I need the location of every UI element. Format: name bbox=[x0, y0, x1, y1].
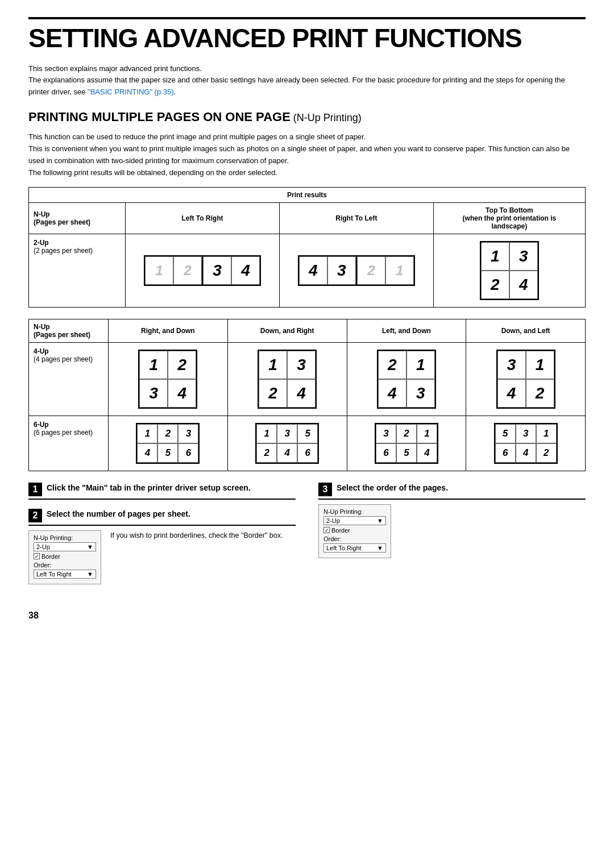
intro-line-2: The explanations assume that the paper s… bbox=[28, 74, 586, 98]
page-title: SETTING ADVANCED PRINT FUNCTIONS bbox=[28, 24, 586, 53]
step-1-title: Click the "Main" tab in the printer driv… bbox=[47, 483, 251, 493]
diagram-4up-rd: 1 2 3 4 bbox=[109, 342, 228, 416]
order-label-3: Order: bbox=[323, 535, 386, 542]
border-checkbox-row: ✓ Border bbox=[34, 553, 96, 560]
step-3: 3 Select the order of the pages. N-Up Pr… bbox=[318, 483, 586, 558]
step-1-number: 1 bbox=[28, 483, 42, 496]
table2-col5-header: Down, and Left bbox=[466, 319, 586, 342]
table1-col3-header: Right To Left bbox=[279, 202, 433, 234]
nup-printing-select-2[interactable]: 2-Up ▼ bbox=[34, 542, 96, 551]
nup-printing-select-3[interactable]: 2-Up ▼ bbox=[323, 516, 386, 525]
step-2-body: N-Up Printing: 2-Up ▼ ✓ Border Order: Le… bbox=[28, 530, 296, 584]
step-2: 2 Select the number of pages per sheet. … bbox=[28, 509, 296, 584]
diagram-rtl-2up: 4 3 2 1 bbox=[279, 234, 433, 307]
table2-col2-header: Right, and Down bbox=[109, 319, 228, 342]
4up-label: 4-Up (4 pages per sheet) bbox=[29, 342, 109, 416]
step-3-body: N-Up Printing: 2-Up ▼ ✓ Border Order: Le… bbox=[318, 504, 586, 558]
order-select-2[interactable]: Left To Right ▼ bbox=[34, 570, 96, 579]
table2-col1-header: N-Up (Pages per sheet) bbox=[29, 319, 109, 342]
table1-col2-header: Left To Right bbox=[126, 202, 280, 234]
steps-left: 1 Click the "Main" tab in the printer dr… bbox=[28, 483, 296, 593]
diagram-6up-ld: 3 2 1 6 5 4 bbox=[347, 416, 466, 471]
step-1: 1 Click the "Main" tab in the printer dr… bbox=[28, 483, 296, 500]
diagram-6up-dl: 5 3 1 6 4 2 bbox=[466, 416, 586, 471]
border-checkbox[interactable]: ✓ bbox=[34, 553, 40, 559]
table1-col4-header: Top To Bottom(when the print orientation… bbox=[433, 202, 585, 234]
basic-printing-link[interactable]: "BASIC PRINTING" (p.35) bbox=[88, 88, 174, 96]
step-2-note: If you wish to print borderlines, check … bbox=[110, 530, 283, 541]
table1-header: Print results bbox=[29, 187, 586, 202]
print-results-table-1: Print results N-Up (Pages per sheet) Lef… bbox=[28, 187, 586, 308]
intro-line-1: This section explains major advanced pri… bbox=[28, 63, 586, 75]
diagram-ltr-2up: 1 2 3 4 bbox=[126, 234, 280, 307]
diagram-ttb-2up: 1 3 2 4 bbox=[433, 234, 585, 307]
section1-desc: This function can be used to reduce the … bbox=[28, 131, 586, 178]
steps-right: 3 Select the order of the pages. N-Up Pr… bbox=[318, 483, 586, 593]
step-3-ui-mockup: N-Up Printing: 2-Up ▼ ✓ Border Order: Le… bbox=[318, 504, 391, 558]
order-select-3[interactable]: Left To Right ▼ bbox=[323, 543, 386, 553]
order-label-2: Order: bbox=[34, 562, 96, 568]
step-1-header: 1 Click the "Main" tab in the printer dr… bbox=[28, 483, 296, 500]
steps-container: 1 Click the "Main" tab in the printer dr… bbox=[28, 483, 586, 593]
nup-printing-label-3: N-Up Printing: bbox=[323, 508, 386, 515]
diagram-4up-dl: 3 1 4 2 bbox=[466, 342, 586, 416]
nup-printing-label-2: N-Up Printing: bbox=[34, 534, 96, 541]
step-2-number: 2 bbox=[28, 509, 42, 522]
diagram-6up-rd: 1 2 3 4 5 6 bbox=[109, 416, 228, 471]
top-border bbox=[28, 17, 586, 19]
table2-col4-header: Left, and Down bbox=[347, 319, 466, 342]
diagram-4up-ld: 2 1 4 3 bbox=[347, 342, 466, 416]
table2-col3-header: Down, and Right bbox=[227, 319, 347, 342]
diagram-4up-dr: 1 3 2 4 bbox=[227, 342, 347, 416]
step-2-ui-mockup: N-Up Printing: 2-Up ▼ ✓ Border Order: Le… bbox=[28, 530, 101, 584]
step-2-header: 2 Select the number of pages per sheet. bbox=[28, 509, 296, 526]
6up-label: 6-Up (6 pages per sheet) bbox=[29, 416, 109, 471]
step-3-number: 3 bbox=[318, 483, 332, 496]
section1-title: PRINTING MULTIPLE PAGES ON ONE PAGE (N-U… bbox=[28, 110, 586, 124]
print-results-table-2: N-Up (Pages per sheet) Right, and Down D… bbox=[28, 319, 586, 471]
step-2-title: Select the number of pages per sheet. bbox=[47, 509, 190, 519]
intro-text: This section explains major advanced pri… bbox=[28, 63, 586, 98]
page-number: 38 bbox=[28, 610, 586, 621]
table-row-4up: 4-Up (4 pages per sheet) 1 2 3 4 bbox=[29, 342, 586, 416]
table1-col1-header: N-Up (Pages per sheet) bbox=[29, 202, 126, 234]
step-3-title: Select the order of the pages. bbox=[337, 483, 448, 493]
table1-row1-label: 2-Up (2 pages per sheet) bbox=[29, 234, 126, 307]
step-3-header: 3 Select the order of the pages. bbox=[318, 483, 586, 500]
border-checkbox-row-3: ✓ Border bbox=[323, 527, 386, 534]
border-checkbox-3[interactable]: ✓ bbox=[323, 527, 330, 533]
table-row-6up: 6-Up (6 pages per sheet) 1 2 3 4 5 6 bbox=[29, 416, 586, 471]
diagram-6up-dr: 1 3 5 2 4 6 bbox=[227, 416, 347, 471]
